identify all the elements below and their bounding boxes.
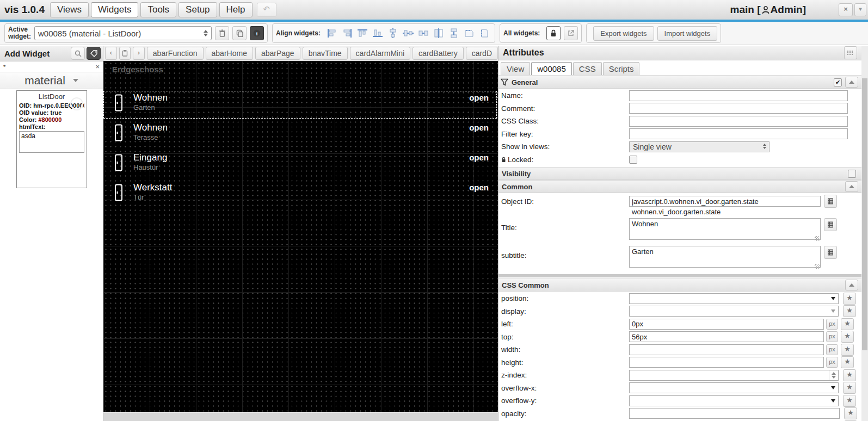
palette-filter-input[interactable]: *: [3, 64, 95, 70]
overflow-y-default-button[interactable]: ★: [843, 395, 856, 407]
align-left-button[interactable]: [325, 26, 339, 40]
canvas-horizontal-scrollbar[interactable]: [103, 412, 498, 421]
top-default-button[interactable]: ★: [841, 331, 854, 343]
menu-views[interactable]: Views: [50, 2, 89, 17]
comment-field[interactable]: [629, 103, 848, 114]
view-tab-abarhome[interactable]: abarHome: [206, 47, 253, 60]
section-general[interactable]: General ✔: [498, 76, 868, 89]
opacity-field[interactable]: [629, 408, 840, 419]
collapse-css-common-button[interactable]: [845, 280, 858, 290]
paste-view-button[interactable]: [119, 47, 131, 60]
subtitle-field[interactable]: Garten: [629, 246, 821, 268]
next-view-icon[interactable]: ›: [133, 47, 145, 60]
align-top-button[interactable]: [355, 26, 370, 40]
prev-view-icon[interactable]: ‹: [105, 47, 117, 60]
import-widgets-button[interactable]: Import widgets: [657, 26, 718, 41]
widget-info-button[interactable]: i: [250, 26, 264, 40]
select-object-button[interactable]: [824, 195, 837, 208]
view-tab-cardd[interactable]: cardD: [466, 47, 498, 60]
collapse-common-button[interactable]: [845, 181, 858, 192]
align-bottom-button[interactable]: [371, 26, 385, 40]
height-px-button[interactable]: px: [826, 357, 838, 368]
section-css-common[interactable]: CSS Common: [498, 278, 868, 292]
selection-marquee[interactable]: [103, 91, 497, 119]
delete-widget-button[interactable]: [215, 26, 229, 40]
palette-filter-button[interactable]: [87, 47, 101, 60]
left-field[interactable]: [629, 319, 824, 330]
door-widget-eingang-haustuer[interactable]: Eingang Haustür open: [103, 151, 498, 179]
view-tab-abarfunction[interactable]: abarFunction: [147, 47, 204, 60]
same-width-button[interactable]: [462, 26, 476, 40]
height-default-button[interactable]: ★: [841, 356, 854, 368]
center-vertical-button[interactable]: [386, 26, 400, 40]
zindex-default-button[interactable]: ★: [843, 369, 856, 381]
menu-tools[interactable]: Tools: [140, 2, 176, 17]
center-horizontal-button[interactable]: [401, 26, 415, 40]
show-all-button[interactable]: [564, 26, 578, 40]
palette-search-button[interactable]: [71, 47, 85, 60]
tab-scripts[interactable]: Scripts: [603, 62, 640, 75]
close-icon[interactable]: ×: [839, 3, 853, 16]
tab-widget-w00085[interactable]: w00085: [531, 62, 572, 75]
name-field[interactable]: [629, 90, 848, 101]
tab-css[interactable]: CSS: [573, 62, 602, 75]
door-widget-wohnen-terasse[interactable]: Wohnen Terasse open: [103, 121, 498, 150]
align-right-button[interactable]: [340, 26, 354, 40]
height-field[interactable]: [629, 357, 824, 368]
view-tab-cardalarmmini[interactable]: cardAlarmMini: [350, 47, 410, 60]
opacity-default-button[interactable]: ★: [844, 407, 857, 419]
overflow-x-default-button[interactable]: ★: [843, 382, 856, 394]
display-default-button[interactable]: ★: [843, 305, 856, 317]
attributes-scrollbar[interactable]: [861, 46, 868, 421]
clear-filter-icon[interactable]: ×: [95, 63, 100, 71]
zindex-stepper[interactable]: [629, 370, 839, 381]
clone-widget-button[interactable]: [232, 26, 247, 40]
lock-all-button[interactable]: [546, 26, 561, 40]
left-px-button[interactable]: px: [826, 319, 838, 330]
object-id-field[interactable]: [629, 196, 821, 207]
display-select[interactable]: [629, 306, 839, 317]
center-view-horizontal-button[interactable]: [432, 26, 446, 40]
width-default-button[interactable]: ★: [841, 344, 854, 356]
resize-grip-icon[interactable]: [815, 236, 820, 241]
view-tab-cardbattery[interactable]: cardBattery: [413, 47, 464, 60]
section-visibility[interactable]: Visibility: [498, 167, 868, 180]
distribute-horizontal-button[interactable]: [416, 26, 430, 40]
width-field[interactable]: [629, 344, 824, 355]
spinner-arrows-icon[interactable]: [829, 370, 838, 380]
overflow-x-select[interactable]: [629, 382, 839, 393]
resize-grip-icon[interactable]: [815, 264, 820, 269]
collapse-general-button[interactable]: [845, 77, 858, 88]
edit-subtitle-button[interactable]: [824, 246, 837, 259]
top-px-button[interactable]: px: [826, 331, 838, 342]
view-tab-abarpage[interactable]: abarPage: [255, 47, 300, 60]
position-select[interactable]: [629, 293, 839, 304]
chevron-down-icon[interactable]: ▾: [854, 3, 866, 16]
section-common[interactable]: Common: [498, 180, 868, 193]
view-canvas[interactable]: Erdgeschoss Wohnen Garten open Wohnen Te…: [103, 61, 498, 412]
menu-help[interactable]: Help: [219, 2, 253, 17]
title-field[interactable]: Wohnen: [629, 218, 821, 240]
top-field[interactable]: [629, 331, 824, 342]
active-widget-select[interactable]: w00085 (material - ListDoor): [34, 26, 212, 40]
tab-view[interactable]: View: [501, 62, 530, 75]
attributes-menu-button[interactable]: [844, 46, 857, 59]
menu-setup[interactable]: Setup: [178, 2, 217, 17]
widget-preview-card[interactable]: ListDoor OID: hm-rpc.0.EEQ0000 OID value…: [16, 90, 87, 188]
view-tab-bnavtime[interactable]: bnavTime: [303, 47, 348, 60]
scrollbar-thumb[interactable]: [862, 78, 867, 350]
position-default-button[interactable]: ★: [843, 293, 856, 305]
locked-checkbox[interactable]: [629, 156, 637, 164]
widget-set-select[interactable]: material: [0, 72, 103, 89]
css-class-field[interactable]: [629, 116, 848, 127]
visibility-checkbox[interactable]: [848, 170, 856, 178]
show-in-views-select[interactable]: Single view: [629, 141, 769, 152]
left-default-button[interactable]: ★: [841, 318, 854, 330]
undo-icon[interactable]: ↶: [257, 3, 276, 17]
same-height-button[interactable]: [477, 26, 491, 40]
export-widgets-button[interactable]: Export widgets: [593, 26, 654, 41]
distribute-vertical-button[interactable]: [447, 26, 461, 40]
overflow-y-select[interactable]: [629, 395, 839, 406]
filter-key-field[interactable]: [629, 128, 848, 139]
door-widget-werkstatt-tuer[interactable]: Werkstatt Tür open: [103, 181, 498, 209]
